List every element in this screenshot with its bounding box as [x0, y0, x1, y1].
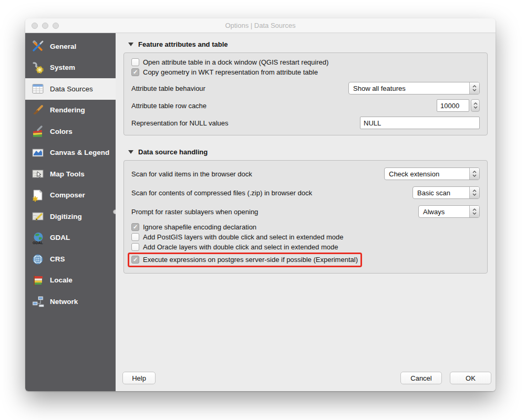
- row-cache-input[interactable]: [437, 99, 469, 112]
- sidebar-item-label: Colors: [50, 128, 73, 135]
- null-representation-input[interactable]: [360, 117, 480, 129]
- feature-attributes-groupbox: Open attribute table in a dock window (Q…: [123, 52, 488, 135]
- crs-globe-icon: [31, 252, 45, 266]
- sidebar-item-label: Rendering: [50, 106, 85, 114]
- svg-text:GDAL: GDAL: [33, 240, 44, 244]
- sidebar-item-data-sources[interactable]: Data Sources: [25, 78, 116, 100]
- checkbox-label: Ignore shapefile encoding declaration: [143, 223, 256, 231]
- execute-expressions-postgres-checkbox[interactable]: [131, 256, 139, 264]
- digitizing-pencil-icon: [31, 209, 45, 223]
- add-oracle-layers-checkbox[interactable]: [131, 243, 139, 251]
- prompt-raster-sublayers-row: Prompt for raster sublayers when opening…: [131, 205, 480, 218]
- field-label: Prompt for raster sublayers when opening: [131, 208, 258, 216]
- checkbox-label: Add PostGIS layers with double click and…: [143, 233, 344, 241]
- options-window: Options | Data Sources General: [25, 18, 496, 391]
- desktop-background: Options | Data Sources General: [0, 0, 526, 420]
- attribute-table-row-cache-row: Attribute table row cache: [131, 99, 480, 112]
- zoom-window-icon[interactable]: [53, 23, 59, 29]
- combo-stepper-icon[interactable]: [469, 168, 479, 180]
- collapse-triangle-icon: [128, 150, 133, 154]
- sidebar-item-label: GDAL: [50, 234, 70, 242]
- window-title: Options | Data Sources: [225, 22, 295, 29]
- data-sources-panel: Feature attributes and table Open attrib…: [116, 33, 496, 391]
- attribute-table-behaviour-row: Attribute table behaviour Show all featu…: [131, 82, 480, 94]
- scan-valid-items-row: Scan for valid items in the browser dock…: [131, 167, 480, 180]
- close-window-icon[interactable]: [32, 23, 38, 29]
- copy-geometry-wkt-checkbox[interactable]: [131, 68, 139, 76]
- section-title: Feature attributes and table: [138, 40, 228, 48]
- section-data-source-handling-header[interactable]: Data source handling: [128, 148, 488, 156]
- ignore-shapefile-encoding-checkbox[interactable]: [131, 223, 139, 231]
- add-oracle-layers-row: Add Oracle layers with double click and …: [131, 242, 480, 252]
- red-annotation-highlight: Execute expressions on postgres server-s…: [128, 253, 362, 267]
- sidebar-item-label: Composer: [50, 191, 85, 199]
- sidebar-item-map-tools[interactable]: Map Tools: [25, 163, 116, 185]
- field-label: Representation for NULL values: [131, 119, 229, 127]
- scan-valid-items-select[interactable]: Check extension: [384, 167, 480, 180]
- scan-zip-contents-row: Scan for contents of compressed files (.…: [131, 186, 480, 199]
- sidebar-item-canvas-legend[interactable]: Canvas & Legend: [25, 142, 116, 164]
- checkbox-label: Copy geometry in WKT representation from…: [143, 68, 318, 76]
- add-postgis-layers-checkbox[interactable]: [131, 233, 139, 241]
- checkbox-label: Open attribute table in a dock window (Q…: [143, 58, 328, 66]
- ok-button[interactable]: OK: [450, 372, 491, 384]
- combo-stepper-icon[interactable]: [469, 187, 479, 198]
- sidebar-item-label: CRS: [50, 255, 65, 263]
- sidebar-item-label: Network: [50, 298, 78, 306]
- map-tools-cursor-icon: [31, 167, 45, 181]
- sidebar-item-rendering[interactable]: Rendering: [25, 100, 116, 121]
- sidebar-item-composer[interactable]: Composer: [25, 185, 116, 206]
- cancel-button[interactable]: Cancel: [400, 372, 442, 384]
- field-label: Attribute table behaviour: [131, 85, 205, 92]
- sidebar-item-locale[interactable]: Locale: [25, 270, 116, 291]
- minimize-window-icon[interactable]: [42, 23, 48, 29]
- null-representation-row: Representation for NULL values: [131, 117, 480, 129]
- selected-value: Basic scan: [413, 187, 469, 198]
- sidebar-item-network[interactable]: Network: [25, 291, 116, 312]
- open-attribute-table-dock-row: Open attribute table in a dock window (Q…: [131, 57, 480, 67]
- combo-stepper-icon[interactable]: [469, 206, 479, 217]
- dialog-button-bar: Help Cancel OK: [122, 372, 491, 384]
- spin-stepper-icon[interactable]: [471, 99, 480, 112]
- gdal-globe-icon: GDAL: [31, 231, 45, 245]
- sidebar-item-colors[interactable]: Colors: [25, 121, 116, 142]
- composer-page-icon: [31, 188, 45, 202]
- field-label: Scan for valid items in the browser dock: [131, 170, 252, 178]
- traffic-lights: [32, 23, 59, 29]
- selected-value: Check extension: [385, 168, 469, 180]
- checkbox-label: Execute expressions on postgres server-s…: [143, 256, 358, 264]
- sidebar-item-crs[interactable]: CRS: [25, 248, 116, 270]
- execute-expressions-postgres-row: Execute expressions on postgres server-s…: [131, 255, 358, 265]
- locale-flags-icon: [31, 274, 45, 287]
- selected-value: Show all features: [349, 82, 469, 94]
- help-button[interactable]: Help: [122, 372, 156, 384]
- selected-value: Always: [419, 206, 469, 217]
- sidebar-item-label: Locale: [50, 276, 73, 284]
- canvas-legend-map-icon: [31, 146, 45, 160]
- add-postgis-layers-row: Add PostGIS layers with double click and…: [131, 232, 480, 242]
- combo-stepper-icon[interactable]: [469, 82, 479, 94]
- title-bar[interactable]: Options | Data Sources: [25, 18, 496, 33]
- checkbox-label: Add Oracle layers with double click and …: [143, 243, 338, 251]
- sidebar-item-digitizing[interactable]: Digitizing: [25, 206, 116, 227]
- field-label: Scan for contents of compressed files (.…: [131, 189, 312, 197]
- section-title: Data source handling: [138, 148, 208, 156]
- scan-zip-contents-select[interactable]: Basic scan: [412, 186, 480, 199]
- sidebar-item-label: Digitizing: [50, 213, 82, 220]
- sidebar-item-label: General: [50, 43, 76, 50]
- collapse-triangle-icon: [128, 43, 133, 46]
- open-attribute-table-dock-checkbox[interactable]: [131, 58, 139, 66]
- sidebar-item-system[interactable]: System: [25, 57, 116, 79]
- data-sources-table-icon: [31, 82, 45, 96]
- sidebar-item-general[interactable]: General: [25, 36, 116, 57]
- field-label: Attribute table row cache: [131, 102, 207, 110]
- general-tools-icon: [31, 39, 45, 53]
- section-feature-attributes-header[interactable]: Feature attributes and table: [128, 40, 488, 48]
- attribute-table-behaviour-select[interactable]: Show all features: [348, 82, 480, 94]
- prompt-raster-sublayers-select[interactable]: Always: [418, 205, 480, 218]
- copy-geometry-wkt-row: Copy geometry in WKT representation from…: [131, 67, 480, 77]
- ignore-shapefile-encoding-row: Ignore shapefile encoding declaration: [131, 222, 480, 232]
- sidebar-item-gdal[interactable]: GDAL GDAL: [25, 227, 116, 249]
- sidebar-item-label: Data Sources: [50, 85, 93, 93]
- system-gear-icon: [31, 61, 45, 75]
